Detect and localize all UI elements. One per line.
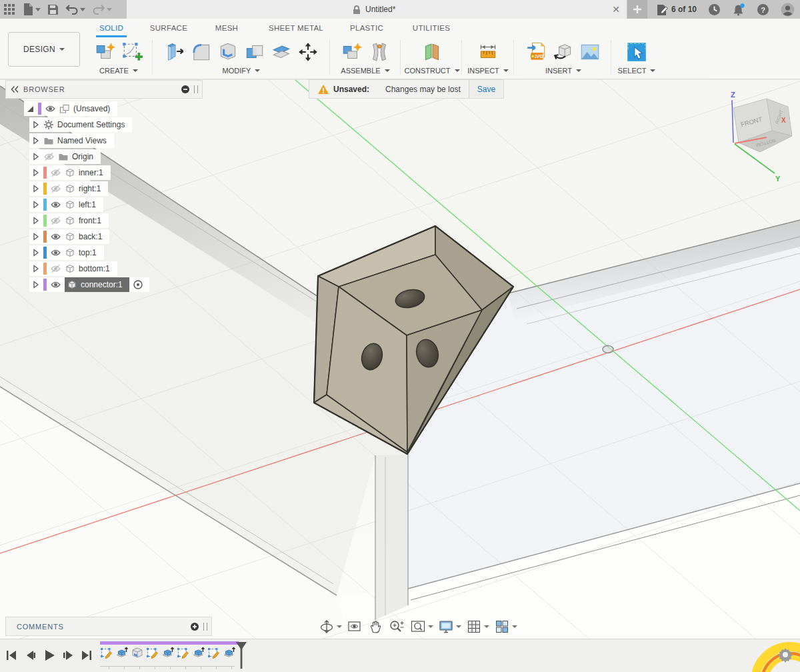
avatar[interactable] bbox=[781, 3, 795, 17]
eye-off-icon[interactable] bbox=[50, 168, 61, 177]
ribbon-group-label[interactable]: INSERT bbox=[545, 67, 581, 75]
eye-on-icon[interactable] bbox=[50, 280, 61, 289]
tri-icon[interactable] bbox=[31, 280, 40, 289]
file-menu-button[interactable] bbox=[22, 3, 41, 16]
tri-icon[interactable] bbox=[31, 184, 40, 193]
ribbon-group-label[interactable]: MODIFY bbox=[223, 67, 261, 75]
browser-row-unsaved[interactable]: (Unsaved) bbox=[5, 101, 203, 117]
timeline-feature-sketch-4[interactable] bbox=[146, 646, 159, 659]
dropdown-caret-icon[interactable] bbox=[512, 625, 517, 628]
undo-button[interactable] bbox=[65, 3, 85, 15]
tri-icon[interactable] bbox=[31, 216, 40, 225]
browser-row-named-views[interactable]: Named Views bbox=[5, 133, 203, 149]
nav-tool-look-at[interactable] bbox=[347, 619, 363, 635]
document-tab[interactable]: Untitled* ✕ bbox=[127, 0, 627, 19]
timeline-component-group-bar[interactable] bbox=[100, 641, 239, 645]
model-corner-post[interactable] bbox=[375, 454, 408, 620]
origin-marker[interactable] bbox=[603, 346, 613, 353]
nav-tool-fit[interactable] bbox=[410, 619, 433, 635]
eye-on-icon[interactable] bbox=[50, 232, 61, 241]
timeline-feature-extrude-9[interactable] bbox=[223, 646, 236, 659]
nav-tool-grid-display[interactable] bbox=[466, 619, 489, 635]
press-pull-icon[interactable] bbox=[163, 41, 186, 63]
playback-play-button[interactable] bbox=[41, 648, 57, 663]
tri-icon[interactable] bbox=[31, 152, 40, 161]
tri-icon[interactable] bbox=[31, 136, 40, 145]
panel-expand-icon[interactable] bbox=[190, 622, 199, 631]
browser-row-front-1[interactable]: front:1 bbox=[5, 213, 203, 229]
construct-plane-icon[interactable] bbox=[421, 41, 443, 63]
timeline-feature-extrude-7[interactable] bbox=[192, 646, 205, 659]
insert-svg-icon[interactable]: SVG bbox=[525, 41, 548, 63]
nav-tool-orbit[interactable] bbox=[319, 619, 342, 635]
nav-tool-viewports[interactable] bbox=[494, 619, 517, 635]
ribbon-tab-mesh[interactable]: MESH bbox=[212, 24, 241, 32]
timeline-feature-sketch-6[interactable] bbox=[177, 646, 190, 659]
eye-on-icon[interactable] bbox=[50, 200, 61, 209]
dropdown-caret-icon[interactable] bbox=[337, 625, 342, 628]
measure-icon[interactable] bbox=[477, 41, 499, 63]
tri-icon[interactable] bbox=[31, 168, 40, 177]
save-button[interactable] bbox=[47, 4, 59, 15]
tri-icon[interactable] bbox=[31, 200, 40, 209]
timeline-feature-extrude-5[interactable] bbox=[161, 646, 175, 659]
move-icon[interactable] bbox=[297, 41, 319, 63]
eye-off-icon[interactable] bbox=[50, 184, 61, 193]
timeline-feature-extrude-2[interactable] bbox=[115, 646, 129, 659]
create-sketch-icon[interactable] bbox=[121, 41, 143, 63]
offset-icon[interactable] bbox=[270, 41, 293, 63]
create-form-icon[interactable] bbox=[94, 41, 117, 63]
tab-close-icon[interactable]: ✕ bbox=[612, 4, 620, 15]
tri-icon[interactable] bbox=[31, 264, 40, 273]
browser-row-bottom-1[interactable]: bottom:1 bbox=[5, 261, 203, 277]
combine-icon[interactable] bbox=[243, 41, 266, 63]
timeline-feature-sketch-1[interactable] bbox=[100, 646, 113, 659]
eye-on-icon[interactable] bbox=[45, 104, 56, 113]
collapse-panel-icon[interactable] bbox=[10, 85, 19, 94]
playback-step-back-button[interactable] bbox=[23, 648, 39, 663]
playback-go-to-start-button[interactable] bbox=[4, 648, 20, 663]
ribbon-tab-solid[interactable]: SOLID bbox=[96, 24, 127, 32]
new-tab-button[interactable] bbox=[627, 0, 647, 19]
browser-row-origin[interactable]: Origin bbox=[5, 149, 203, 165]
dropdown-caret-icon[interactable] bbox=[484, 625, 489, 628]
nav-tool-pan[interactable] bbox=[367, 619, 383, 635]
playback-go-to-end-button[interactable] bbox=[79, 648, 95, 663]
comments-panel[interactable]: COMMENTS bbox=[5, 617, 212, 636]
browser-row-back-1[interactable]: back:1 bbox=[5, 229, 203, 245]
timeline-feature-box-3[interactable] bbox=[131, 646, 144, 659]
timeline-feature-sketch-8[interactable] bbox=[207, 646, 221, 659]
panel-minimize-icon[interactable] bbox=[181, 85, 190, 94]
busy-indicator[interactable] bbox=[747, 639, 800, 672]
insert-canvas-icon[interactable] bbox=[579, 41, 601, 63]
insert-derive-icon[interactable] bbox=[552, 41, 575, 63]
nav-tool-display-settings[interactable] bbox=[438, 619, 461, 635]
notifications-bell-icon[interactable] bbox=[732, 3, 745, 16]
ribbon-tab-surface[interactable]: SURFACE bbox=[148, 24, 189, 32]
nav-tool-zoom[interactable] bbox=[388, 619, 405, 635]
browser-row-inner-1[interactable]: inner:1 bbox=[5, 165, 203, 181]
redo-button[interactable] bbox=[92, 3, 112, 15]
browser-row-right-1[interactable]: right:1 bbox=[5, 181, 203, 197]
shell-icon[interactable] bbox=[217, 41, 239, 63]
ribbon-tab-plastic[interactable]: PLASTIC bbox=[348, 24, 385, 32]
job-history-clock-icon[interactable] bbox=[708, 3, 721, 16]
dropdown-caret-icon[interactable] bbox=[456, 625, 461, 628]
tri-open-icon[interactable] bbox=[26, 104, 35, 113]
timeline-position-marker[interactable] bbox=[235, 641, 248, 671]
browser-row-top-1[interactable]: top:1 bbox=[5, 245, 203, 261]
new-component-icon[interactable] bbox=[341, 41, 363, 63]
browser-header[interactable]: BROWSER bbox=[5, 80, 203, 99]
browser-row-left-1[interactable]: left:1 bbox=[5, 197, 203, 213]
ribbon-group-label[interactable]: INSPECT bbox=[467, 67, 509, 75]
panel-drag-handle[interactable] bbox=[194, 85, 198, 93]
eye-off-icon[interactable] bbox=[50, 264, 61, 273]
select-icon[interactable] bbox=[625, 41, 648, 63]
tri-icon[interactable] bbox=[31, 232, 40, 241]
ribbon-group-label[interactable]: ASSEMBLE bbox=[341, 67, 389, 75]
ribbon-group-label[interactable]: CONSTRUCT bbox=[404, 67, 459, 75]
ribbon-group-label[interactable]: SELECT bbox=[618, 67, 656, 75]
app-grid-icon[interactable] bbox=[4, 4, 15, 15]
fillet-icon[interactable] bbox=[190, 41, 213, 63]
ribbon-tab-sheet-metal[interactable]: SHEET METAL bbox=[265, 24, 327, 32]
